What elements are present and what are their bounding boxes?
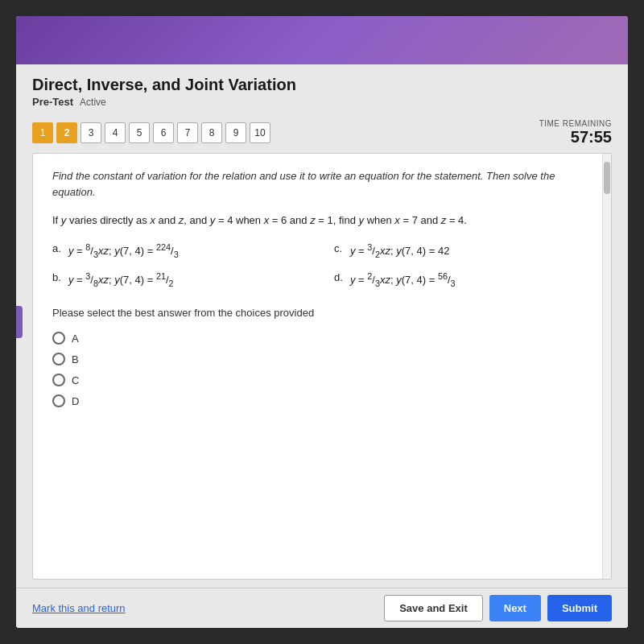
- screen: Direct, Inverse, and Joint Variation Pre…: [16, 16, 628, 628]
- question-number-6[interactable]: 6: [153, 122, 174, 143]
- radio-label-c: C: [72, 374, 79, 386]
- question-numbers: 1 2 3 4 5 6 7 8 9 10: [32, 122, 270, 143]
- question-number-9[interactable]: 9: [225, 122, 246, 143]
- radio-circle-c[interactable]: [52, 374, 65, 386]
- action-buttons: Save and Exit Next Submit: [384, 595, 612, 621]
- question-number-5[interactable]: 5: [129, 122, 150, 143]
- answer-option-d: d. y = 2/3xz; y(7, 4) = 56/3: [334, 270, 592, 291]
- action-bar: Mark this and return Save and Exit Next …: [16, 588, 628, 628]
- mark-return-link[interactable]: Mark this and return: [32, 602, 126, 614]
- radio-circle-d[interactable]: [52, 394, 65, 407]
- answer-math-b: y = 3/8xz; y(7, 4) = 21/2: [68, 270, 174, 291]
- subtitle-row: Pre-Test Active: [32, 96, 612, 108]
- time-remaining: TIME REMAINING 57:55: [539, 119, 612, 147]
- header-bar: [16, 16, 628, 64]
- question-number-2[interactable]: 2: [56, 122, 77, 143]
- radio-item-b[interactable]: B: [52, 353, 592, 365]
- pre-test-label: Pre-Test: [32, 96, 73, 108]
- question-number-7[interactable]: 7: [177, 122, 198, 143]
- radio-label-d: D: [72, 395, 79, 407]
- answer-math-a: y = 8/3xz; y(7, 4) = 224/3: [68, 241, 179, 262]
- page-title: Direct, Inverse, and Joint Variation: [32, 76, 612, 94]
- content-area: Direct, Inverse, and Joint Variation Pre…: [16, 64, 628, 628]
- next-button[interactable]: Next: [489, 595, 541, 621]
- radio-item-a[interactable]: A: [52, 332, 592, 345]
- radio-circle-b[interactable]: [52, 353, 65, 365]
- left-indicator: [16, 306, 23, 338]
- answer-letter-c: c.: [334, 241, 345, 258]
- question-number-8[interactable]: 8: [201, 122, 222, 143]
- answer-math-d: y = 2/3xz; y(7, 4) = 56/3: [350, 270, 456, 291]
- submit-button[interactable]: Submit: [547, 595, 612, 621]
- radio-label-a: A: [72, 332, 79, 345]
- question-number-10[interactable]: 10: [250, 122, 270, 143]
- question-number-1[interactable]: 1: [32, 122, 53, 143]
- nav-row: 1 2 3 4 5 6 7 8 9 10 TIME REMAINING 57:5…: [16, 113, 628, 153]
- instruction-text: Find the constant of variation for the r…: [52, 168, 592, 200]
- question-text: If y varies directly as x and z, and y =…: [52, 213, 592, 229]
- answer-option-b: b. y = 3/8xz; y(7, 4) = 21/2: [52, 270, 310, 291]
- answer-letter-b: b.: [52, 270, 64, 287]
- answer-letter-d: d.: [334, 270, 345, 287]
- question-card-inner: Find the constant of variation for the r…: [33, 154, 611, 579]
- time-value: 57:55: [539, 128, 612, 147]
- radio-item-c[interactable]: C: [52, 374, 592, 386]
- title-section: Direct, Inverse, and Joint Variation Pre…: [16, 64, 628, 113]
- time-label: TIME REMAINING: [539, 119, 612, 128]
- answer-option-c: c. y = 3/2xz; y(7, 4) = 42: [334, 241, 592, 262]
- save-exit-button[interactable]: Save and Exit: [384, 595, 483, 621]
- answer-letter-a: a.: [52, 241, 64, 258]
- radio-options: A B C D: [52, 332, 592, 407]
- question-card: Find the constant of variation for the r…: [32, 153, 612, 580]
- question-number-3[interactable]: 3: [80, 122, 101, 143]
- radio-label-b: B: [72, 353, 79, 365]
- active-badge: Active: [80, 97, 106, 108]
- question-number-4[interactable]: 4: [105, 122, 126, 143]
- answers-grid: a. y = 8/3xz; y(7, 4) = 224/3 c. y = 3/2…: [52, 241, 592, 291]
- select-instruction: Please select the best answer from the c…: [52, 307, 592, 319]
- scroll-thumb[interactable]: [604, 162, 610, 194]
- answer-math-c: y = 3/2xz; y(7, 4) = 42: [350, 241, 449, 262]
- radio-circle-a[interactable]: [52, 332, 65, 345]
- answer-option-a: a. y = 8/3xz; y(7, 4) = 224/3: [52, 241, 310, 262]
- radio-item-d[interactable]: D: [52, 394, 592, 407]
